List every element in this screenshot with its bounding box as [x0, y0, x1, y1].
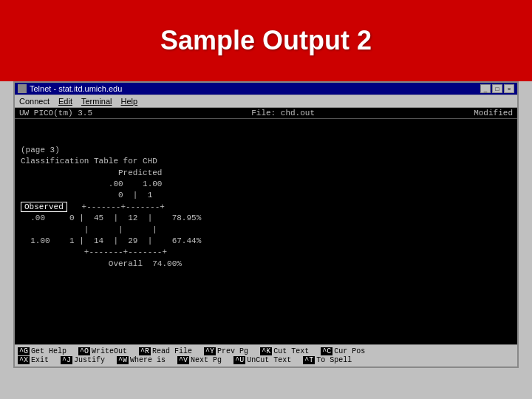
label-exit: Exit — [31, 356, 49, 364]
telnet-app-icon — [18, 84, 27, 93]
terminal-line-0: (page 3) Classification Table for CHD Pr… — [21, 146, 201, 268]
key-next-pg: ^V — [177, 356, 189, 364]
titlebar-right: _ □ × — [480, 84, 514, 93]
shortcut-exit: ^X Exit — [18, 356, 49, 364]
label-to-spell: To Spell — [316, 356, 352, 364]
minimize-button[interactable]: _ — [480, 84, 491, 93]
shortcut-prev-pg: ^Y Prev Pg — [204, 347, 248, 355]
label-cut-text: Cut Text — [273, 347, 309, 355]
label-get-help: Get Help — [31, 347, 66, 355]
shortcut-next-pg: ^V Next Pg — [177, 356, 222, 364]
label-justify: Justify — [74, 356, 105, 364]
menu-terminal[interactable]: Terminal — [81, 97, 112, 106]
shortcut-row-2: ^X Exit ^J Justify ^W Where is ^V Next P… — [18, 356, 514, 364]
label-prev-pg: Prev Pg — [217, 347, 248, 355]
terminal-status-bar: UW PICO(tm) 3.5 File: chd.out Modified — [15, 108, 517, 119]
maximize-button[interactable]: □ — [492, 84, 502, 93]
label-next-pg: Next Pg — [191, 356, 222, 364]
shortcut-writeout: ^O WriteOut — [78, 347, 127, 355]
shortcut-get-help: ^G Get Help — [18, 347, 66, 355]
telnet-window: Telnet - stat.itd.umich.edu _ □ × Connec… — [13, 81, 519, 368]
shortcut-where-is: ^W Where is — [117, 356, 166, 364]
titlebar-left: Telnet - stat.itd.umich.edu — [18, 84, 122, 93]
key-prev-pg: ^Y — [204, 347, 216, 355]
key-get-help: ^G — [18, 347, 30, 355]
key-exit: ^X — [18, 356, 30, 364]
menu-edit[interactable]: Edit — [58, 97, 72, 106]
key-cut-text: ^K — [260, 347, 272, 355]
shortcut-justify: ^J Justify — [61, 356, 105, 364]
key-cur-pos: ^C — [321, 347, 332, 355]
pico-version: UW PICO(tm) 3.5 — [19, 109, 92, 117]
page-title: Sample Output 2 — [160, 25, 372, 56]
key-justify: ^J — [61, 356, 72, 364]
modified-status: Modified — [474, 109, 513, 117]
shortcut-cut-text: ^K Cut Text — [260, 347, 309, 355]
key-to-spell: ^T — [303, 356, 315, 364]
shortcut-bar: ^G Get Help ^O WriteOut ^R Read File ^Y … — [15, 344, 517, 366]
shortcut-row-1: ^G Get Help ^O WriteOut ^R Read File ^Y … — [18, 347, 514, 355]
header-banner: Sample Output 2 — [0, 0, 532, 81]
shortcut-read-file: ^R Read File — [139, 347, 192, 355]
label-cur-pos: Cur Pos — [334, 347, 365, 355]
shortcut-uncut-text: ^U UnCut Text — [233, 356, 291, 364]
telnet-title-text: Telnet - stat.itd.umich.edu — [30, 84, 122, 93]
label-writeout: WriteOut — [92, 347, 127, 355]
key-read-file: ^R — [139, 347, 151, 355]
menu-help[interactable]: Help — [121, 97, 138, 106]
terminal-content[interactable]: UW PICO(tm) 3.5 File: chd.out Modified (… — [15, 108, 517, 344]
key-uncut-text: ^U — [233, 356, 245, 364]
file-name: File: chd.out — [251, 109, 315, 117]
key-writeout: ^O — [78, 347, 90, 355]
shortcut-to-spell: ^T To Spell — [303, 356, 352, 364]
menu-bar: Connect Edit Terminal Help — [15, 95, 517, 108]
label-read-file: Read File — [152, 347, 192, 355]
label-where-is: Where is — [130, 356, 166, 364]
close-button[interactable]: × — [504, 84, 514, 93]
telnet-titlebar: Telnet - stat.itd.umich.edu _ □ × — [15, 83, 517, 95]
shortcut-cur-pos: ^C Cur Pos — [321, 347, 365, 355]
menu-connect[interactable]: Connect — [19, 97, 50, 106]
label-uncut-text: UnCut Text — [247, 356, 291, 364]
terminal-body: (page 3) Classification Table for CHD Pr… — [15, 119, 517, 296]
key-where-is: ^W — [117, 356, 129, 364]
